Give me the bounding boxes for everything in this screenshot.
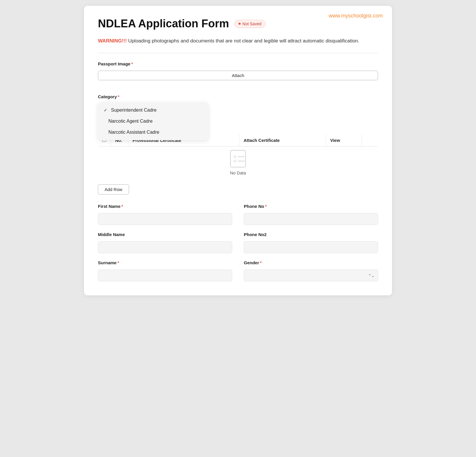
phone-no-label: Phone No * bbox=[244, 204, 378, 209]
dropdown-item-narcotic-assistant[interactable]: Narcotic Assistant Cadre bbox=[98, 127, 208, 138]
no-data-line-icon bbox=[238, 156, 245, 157]
surname-input[interactable] bbox=[98, 269, 232, 281]
dropdown-item-label: Superintendent Cadre bbox=[111, 108, 157, 113]
header-row: NDLEA Application Form Not Saved bbox=[98, 17, 378, 30]
category-section: Category * Superintendent Cadre Narcotic… bbox=[98, 94, 378, 99]
warning-text: Uploading photographs and documents that… bbox=[127, 38, 359, 44]
warning-label: WARNING!!! bbox=[98, 38, 127, 44]
middle-name-group: Middle Name bbox=[98, 232, 232, 253]
phone-no2-input[interactable] bbox=[244, 241, 378, 253]
th-view: View bbox=[326, 134, 362, 147]
gender-select-wrapper: Male Female ⌃⌄ bbox=[244, 269, 378, 281]
divider bbox=[98, 53, 378, 53]
surname-group: Surname * bbox=[98, 260, 232, 281]
category-required-star: * bbox=[118, 94, 119, 99]
no-data-circle-icon bbox=[234, 160, 236, 162]
attach-passport-button[interactable]: Attach bbox=[98, 71, 378, 80]
gender-select[interactable]: Male Female bbox=[244, 269, 378, 281]
gender-label: Gender * bbox=[244, 260, 378, 265]
no-data-row: No Data bbox=[98, 147, 378, 179]
first-name-label: First Name * bbox=[98, 204, 232, 209]
no-data-cell: No Data bbox=[98, 147, 378, 179]
status-dot-icon bbox=[239, 23, 241, 25]
gender-required-star: * bbox=[260, 260, 262, 265]
certificate-table-section: No. Professional Certificate Attach Cert… bbox=[98, 134, 378, 179]
no-data-line-icon bbox=[238, 161, 245, 161]
phone-no2-group: Phone No2 bbox=[244, 232, 378, 253]
passport-required-star: * bbox=[131, 61, 133, 66]
no-data-icon bbox=[230, 150, 246, 167]
first-name-required-star: * bbox=[121, 204, 123, 209]
passport-image-group: Passport Image * Attach bbox=[98, 61, 378, 87]
middle-name-input[interactable] bbox=[98, 241, 232, 253]
phone-no2-label: Phone No2 bbox=[244, 232, 378, 237]
surname-label: Surname * bbox=[98, 260, 232, 265]
dropdown-item-superintendent[interactable]: Superintendent Cadre bbox=[98, 105, 208, 116]
dropdown-item-label: Narcotic Agent Cadre bbox=[108, 119, 153, 124]
status-badge: Not Saved bbox=[234, 20, 266, 28]
th-attach-certificate: Attach Certificate bbox=[239, 134, 326, 147]
personal-info-form: First Name * Phone No * Middle Name Phon… bbox=[98, 204, 378, 281]
category-label: Category * bbox=[98, 94, 378, 99]
phone-no-group: Phone No * bbox=[244, 204, 378, 225]
phone-required-star: * bbox=[265, 204, 267, 209]
dropdown-item-label: Narcotic Assistant Cadre bbox=[108, 130, 159, 135]
phone-no-input[interactable] bbox=[244, 213, 378, 225]
page-title: NDLEA Application Form bbox=[98, 17, 229, 30]
gender-group: Gender * Male Female ⌃⌄ bbox=[244, 260, 378, 281]
no-data-circle-icon bbox=[234, 156, 236, 158]
application-card: www.myschoolgist.com NDLEA Application F… bbox=[84, 6, 392, 295]
site-url: www.myschoolgist.com bbox=[329, 13, 383, 19]
warning-block: WARNING!!! Uploading photographs and doc… bbox=[98, 37, 378, 45]
no-data-text: No Data bbox=[102, 170, 374, 175]
dropdown-item-narcotic-agent[interactable]: Narcotic Agent Cadre bbox=[98, 116, 208, 127]
passport-label: Passport Image * bbox=[98, 61, 378, 66]
middle-name-label: Middle Name bbox=[98, 232, 232, 237]
add-row-button[interactable]: Add Row bbox=[98, 184, 129, 194]
first-name-group: First Name * bbox=[98, 204, 232, 225]
surname-required-star: * bbox=[117, 260, 119, 265]
th-actions bbox=[362, 134, 378, 147]
status-label: Not Saved bbox=[242, 22, 261, 26]
certificate-table: No. Professional Certificate Attach Cert… bbox=[98, 134, 378, 179]
first-name-input[interactable] bbox=[98, 213, 232, 225]
category-dropdown: Superintendent Cadre Narcotic Agent Cadr… bbox=[98, 102, 208, 140]
